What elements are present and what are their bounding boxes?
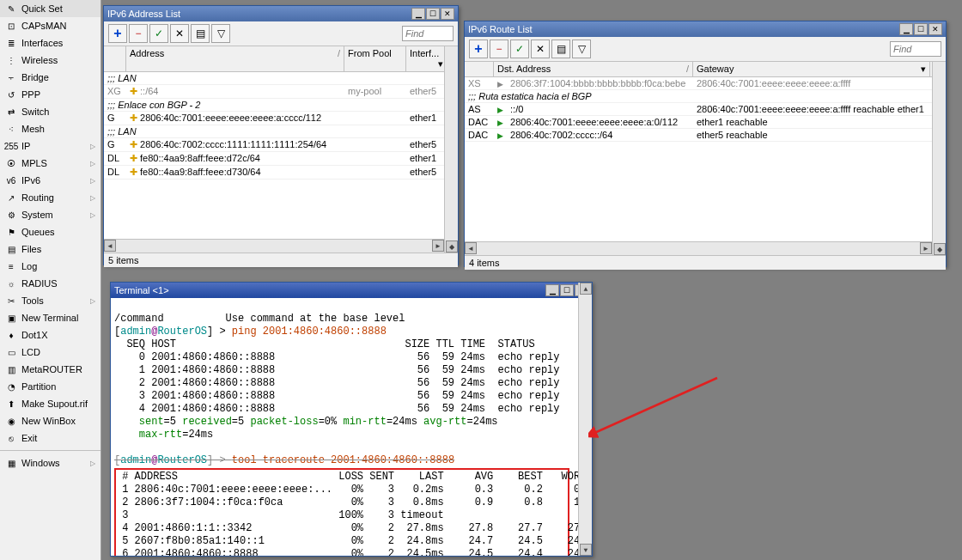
sidebar-item-queues[interactable]: ⚑Queues xyxy=(0,223,100,240)
col-gw[interactable]: Gateway▾ xyxy=(693,62,930,76)
col-flag[interactable] xyxy=(465,62,494,76)
col-address[interactable]: Address/ xyxy=(126,46,344,71)
sidebar-item-windows[interactable]: ▦Windows▷ xyxy=(0,454,100,472)
sidebar-item-lcd[interactable]: ▭LCD xyxy=(0,344,100,361)
filter-button[interactable]: ▽ xyxy=(211,24,230,43)
disable-button[interactable]: ✕ xyxy=(531,40,550,58)
route-icon: ▶ xyxy=(497,119,508,127)
sidebar-item-label: New Terminal xyxy=(21,313,78,323)
terminal-body[interactable]: /command Use command at the base level [… xyxy=(111,298,592,556)
sidebar-item-metarouter[interactable]: ▥MetaROUTER xyxy=(0,361,100,378)
table-row[interactable]: DL✚ fe80::4aa9:8aff:feee:d730/64ether5 xyxy=(104,166,458,180)
cell-flag: DAC xyxy=(465,116,494,128)
make supout.rif-icon: ⬆ xyxy=(5,398,17,410)
sidebar-item-make-supout.rif[interactable]: ⬆Make Supout.rif xyxy=(0,395,100,412)
cell-gw: ether1 reachable xyxy=(693,116,930,128)
col-iface[interactable]: Interf...▾ xyxy=(406,46,448,71)
maximize-icon[interactable]: ☐ xyxy=(426,8,440,20)
minimize-icon[interactable]: ▁ xyxy=(411,8,425,20)
table-row[interactable]: XG✚ ::/64my-poolether5 xyxy=(104,85,458,99)
sidebar-item-partition[interactable]: ◔Partition xyxy=(0,378,100,395)
filter-button[interactable]: ▽ xyxy=(572,40,591,58)
sidebar-item-ip[interactable]: 255IP▷ xyxy=(0,137,100,155)
sidebar-item-label: Routing xyxy=(21,192,54,203)
sidebar-item-mpls[interactable]: ⦿MPLS▷ xyxy=(0,155,100,172)
svg-line-0 xyxy=(593,378,717,434)
sidebar-item-dot1x[interactable]: ♦Dot1X xyxy=(0,326,100,344)
sidebar-item-label: Exit xyxy=(21,433,37,443)
scroll-corner: ◆ xyxy=(446,240,458,253)
sidebar-item-new-winbox[interactable]: ◉New WinBox xyxy=(0,412,100,429)
maximize-icon[interactable]: ☐ xyxy=(914,23,928,35)
quick set-icon: ✎ xyxy=(5,3,17,15)
window-title: IPv6 Address List xyxy=(107,9,180,19)
sidebar-item-radius[interactable]: ☼RADIUS xyxy=(0,275,100,292)
sidebar-item-quick-set[interactable]: ✎Quick Set xyxy=(0,0,100,17)
cell-address: ✚ ::/64 xyxy=(126,85,344,98)
close-icon[interactable]: ✕ xyxy=(441,8,454,20)
cell-iface: ether1 xyxy=(406,112,448,125)
sidebar-item-exit[interactable]: ⎋Exit xyxy=(0,429,100,447)
files-icon: ▤ xyxy=(5,243,17,255)
route-grid[interactable]: Dst. Address/ Gateway▾ XS▶ 2806:3f7:1004… xyxy=(465,62,946,255)
table-row[interactable]: DL✚ fe80::4aa9:8aff:feee:d72c/64ether1 xyxy=(104,152,458,166)
grid-comment: ;;; Ruta estatica hacia el BGP xyxy=(465,90,946,103)
remove-button[interactable]: − xyxy=(490,40,508,58)
sidebar-item-files[interactable]: ▤Files xyxy=(0,240,100,258)
sidebar-item-system[interactable]: ⚙System▷ xyxy=(0,206,100,223)
sidebar-item-bridge[interactable]: ⫟Bridge xyxy=(0,69,100,86)
grid-comment: ;;; Enlace con BGP - 2 xyxy=(104,99,458,112)
sidebar-item-ppp[interactable]: ↺PPP xyxy=(0,86,100,103)
sidebar-item-mesh[interactable]: ⁖Mesh xyxy=(0,120,100,137)
minimize-icon[interactable]: ▁ xyxy=(899,23,913,35)
sidebar-item-routing[interactable]: ↗Routing▷ xyxy=(0,189,100,206)
sidebar-item-capsman[interactable]: ⊡CAPsMAN xyxy=(0,17,100,34)
enable-button[interactable]: ✓ xyxy=(149,24,168,43)
remove-button[interactable]: − xyxy=(129,24,148,43)
disable-button[interactable]: ✕ xyxy=(170,24,189,43)
scroll-down-icon[interactable]: ▼ xyxy=(580,544,592,556)
enable-button[interactable]: ✓ xyxy=(510,40,529,58)
sidebar-item-tools[interactable]: ✂Tools▷ xyxy=(0,292,100,309)
col-flag[interactable] xyxy=(104,46,126,71)
scroll-right-icon[interactable]: ► xyxy=(432,240,444,252)
close-icon[interactable]: ✕ xyxy=(929,23,942,35)
table-row[interactable]: DAC▶ 2806:40c:7001:eeee:eeee:eeee:a:0/11… xyxy=(465,116,946,129)
col-dst[interactable]: Dst. Address/ xyxy=(494,62,693,76)
find-input[interactable] xyxy=(402,26,454,41)
table-row[interactable]: DAC▶ 2806:40c:7002:cccc::/64ether5 reach… xyxy=(465,129,946,142)
find-input[interactable] xyxy=(890,41,941,57)
sidebar-item-label: Queues xyxy=(21,227,55,237)
table-row[interactable]: AS▶ ::/02806:40c:7001:eeee:eeee:eeee:a:f… xyxy=(465,103,946,116)
route-icon: ▶ xyxy=(497,106,508,114)
address-grid[interactable]: Address/ From Pool Interf...▾ ;;; LANXG✚… xyxy=(104,46,458,253)
scroll-left-icon[interactable]: ◄ xyxy=(465,242,477,254)
add-button[interactable]: + xyxy=(108,24,127,43)
sidebar-item-new-terminal[interactable]: ▣New Terminal xyxy=(0,309,100,326)
maximize-icon[interactable]: ☐ xyxy=(560,284,574,296)
sidebar-item-interfaces[interactable]: ≣Interfaces xyxy=(0,34,100,52)
add-button[interactable]: + xyxy=(469,40,488,58)
sidebar-item-log[interactable]: ≡Log xyxy=(0,258,100,275)
sidebar: ✎Quick Set⊡CAPsMAN≣Interfaces⋮Wireless⫟B… xyxy=(0,0,101,560)
sidebar-item-wireless[interactable]: ⋮Wireless xyxy=(0,52,100,69)
cell-pool xyxy=(344,152,406,165)
grid-comment: ;;; LAN xyxy=(104,72,458,85)
cell-flag: XG xyxy=(104,85,126,98)
comment-button[interactable]: ▤ xyxy=(191,24,210,43)
comment-button[interactable]: ▤ xyxy=(551,40,570,58)
minimize-icon[interactable]: ▁ xyxy=(545,284,559,296)
col-pool[interactable]: From Pool xyxy=(344,46,406,71)
sidebar-item-ipv6[interactable]: v6IPv6▷ xyxy=(0,172,100,189)
window-title: Terminal <1> xyxy=(114,285,169,295)
sidebar-item-switch[interactable]: ⇄Switch xyxy=(0,103,100,120)
table-row[interactable]: G✚ 2806:40c:7001:eeee:eeee:eeee:a:cccc/1… xyxy=(104,112,458,125)
table-row[interactable]: G✚ 2806:40c:7002:cccc:1111:1111:1111:254… xyxy=(104,138,458,152)
table-row[interactable]: XS▶ 2806:3f7:1004:bbbb:bbbb:bbbb:f0ca:be… xyxy=(465,77,946,90)
sidebar-item-label: IPv6 xyxy=(21,175,40,186)
scroll-right-icon[interactable]: ► xyxy=(920,242,932,254)
route-icon: ▶ xyxy=(497,131,508,140)
capsman-icon: ⊡ xyxy=(5,20,17,32)
scroll-left-icon[interactable]: ◄ xyxy=(104,240,116,252)
ipv6-route-list-window: IPv6 Route List ▁ ☐ ✕ + − ✓ ✕ ▤ ▽ Dst. A… xyxy=(464,21,947,267)
